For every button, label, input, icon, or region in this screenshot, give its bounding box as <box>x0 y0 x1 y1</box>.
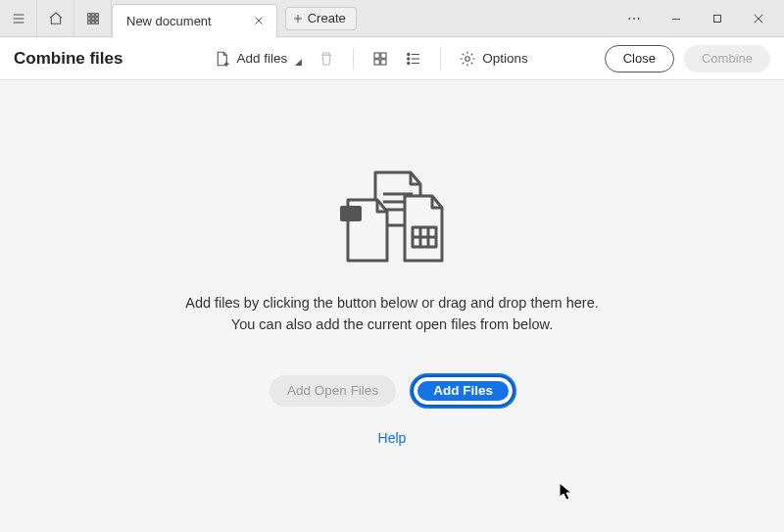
close-button-label: Close <box>623 51 656 66</box>
svg-point-30 <box>408 62 410 64</box>
close-button[interactable]: Close <box>605 45 674 73</box>
svg-point-28 <box>408 57 410 59</box>
home-button[interactable] <box>37 0 74 37</box>
help-label: Help <box>378 430 407 446</box>
ellipsis-icon: ⋯ <box>627 11 643 26</box>
add-files-tool-label: Add files <box>236 51 287 66</box>
svg-rect-17 <box>714 15 721 22</box>
create-label: Create <box>308 11 346 25</box>
options-tool[interactable]: Options <box>451 44 536 73</box>
hamburger-icon <box>11 11 26 26</box>
svg-point-26 <box>408 53 410 55</box>
svg-rect-8 <box>95 17 98 20</box>
main-canvas[interactable]: Add files by clicking the button below o… <box>0 80 784 532</box>
instruction-line1: Add files by clicking the button below o… <box>185 293 599 314</box>
add-open-files-label: Add Open Files <box>287 383 378 398</box>
svg-rect-7 <box>91 17 94 20</box>
svg-rect-24 <box>374 59 379 64</box>
combine-button-label: Combine <box>702 51 753 66</box>
grid-view-tool[interactable] <box>364 44 397 73</box>
cursor-icon <box>559 482 574 502</box>
plus-icon <box>292 13 304 24</box>
close-window-button[interactable] <box>739 0 778 37</box>
window-controls: ⋯ <box>615 0 784 36</box>
add-files-tool[interactable]: Add files ◢ <box>205 44 310 73</box>
document-tab[interactable]: New document <box>112 4 277 37</box>
tab-label: New document <box>126 14 212 28</box>
combine-button: Combine <box>684 45 770 73</box>
svg-rect-5 <box>95 13 98 16</box>
create-button[interactable]: Create <box>285 7 357 30</box>
svg-rect-9 <box>87 21 90 24</box>
add-open-files-button: Add Open Files <box>270 375 396 407</box>
options-label: Options <box>482 51 528 66</box>
grid-icon <box>85 11 101 26</box>
more-button[interactable]: ⋯ <box>615 0 655 37</box>
action-buttons: Add Open Files Add Files <box>270 375 514 407</box>
help-link[interactable]: Help <box>378 430 407 446</box>
svg-rect-23 <box>381 53 386 58</box>
files-illustration <box>328 167 456 277</box>
toolbar: Combine files Add files ◢ Options Close … <box>0 37 784 80</box>
svg-rect-11 <box>95 21 98 24</box>
add-files-button[interactable]: Add Files <box>412 375 514 407</box>
menu-button[interactable] <box>0 0 37 37</box>
titlebar-left: New document Create <box>0 0 357 36</box>
svg-rect-4 <box>91 13 94 16</box>
add-file-icon <box>213 50 230 68</box>
list-view-tool[interactable] <box>397 44 430 73</box>
instruction-text: Add files by clicking the button below o… <box>185 293 599 336</box>
maximize-icon <box>710 12 724 25</box>
gear-icon <box>459 50 476 68</box>
maximize-button[interactable] <box>698 0 737 37</box>
close-icon <box>752 12 765 25</box>
apps-button[interactable] <box>74 0 112 37</box>
svg-rect-6 <box>87 17 90 20</box>
minimize-button[interactable] <box>657 0 696 37</box>
home-icon <box>48 11 64 26</box>
trash-icon <box>318 50 335 68</box>
page-title: Combine files <box>14 49 122 69</box>
svg-rect-25 <box>381 59 386 64</box>
svg-rect-22 <box>374 53 379 58</box>
tab-close-button[interactable] <box>251 13 267 28</box>
grid-view-icon <box>371 50 389 68</box>
instruction-line2: You can also add the current open files … <box>185 314 599 336</box>
svg-rect-3 <box>87 13 90 16</box>
svg-point-32 <box>466 56 470 61</box>
dropdown-caret-icon: ◢ <box>295 57 302 67</box>
svg-rect-10 <box>91 21 94 24</box>
add-files-button-label: Add Files <box>433 383 493 398</box>
delete-tool <box>310 44 343 73</box>
titlebar: New document Create ⋯ <box>0 0 784 37</box>
minimize-icon <box>669 12 683 25</box>
close-icon <box>253 15 265 26</box>
list-view-icon <box>405 50 422 68</box>
